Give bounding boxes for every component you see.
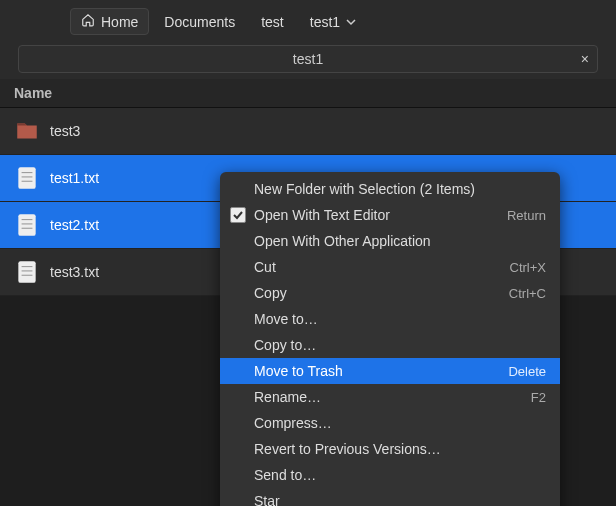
search-input[interactable]: test1 ×: [18, 45, 598, 73]
menu-new-folder-selection[interactable]: New Folder with Selection (2 Items): [220, 176, 560, 202]
file-name: test2.txt: [50, 217, 99, 233]
breadcrumb-label: test1: [310, 14, 340, 30]
menu-compress[interactable]: Compress…: [220, 410, 560, 436]
menu-revert-versions[interactable]: Revert to Previous Versions…: [220, 436, 560, 462]
breadcrumb-label: Documents: [164, 14, 235, 30]
breadcrumb-documents[interactable]: Documents: [153, 9, 246, 35]
menu-open-text-editor[interactable]: Open With Text Editor Return: [220, 202, 560, 228]
checkbox-icon: [230, 207, 246, 223]
menu-move-to-trash[interactable]: Move to Trash Delete: [220, 358, 560, 384]
menu-rename[interactable]: Rename… F2: [220, 384, 560, 410]
breadcrumb-label: Home: [101, 14, 138, 30]
context-menu: New Folder with Selection (2 Items) Open…: [220, 172, 560, 506]
file-name: test3.txt: [50, 264, 99, 280]
breadcrumb-test[interactable]: test: [250, 9, 295, 35]
chevron-down-icon: [346, 14, 356, 30]
breadcrumb-test1[interactable]: test1: [299, 9, 367, 35]
close-icon[interactable]: ×: [581, 51, 589, 67]
menu-copy-to[interactable]: Copy to…: [220, 332, 560, 358]
search-value: test1: [19, 51, 597, 67]
menu-copy[interactable]: Copy Ctrl+C: [220, 280, 560, 306]
menu-cut[interactable]: Cut Ctrl+X: [220, 254, 560, 280]
folder-icon: [14, 118, 40, 144]
text-file-icon: [14, 165, 40, 191]
home-icon: [81, 13, 95, 30]
file-name: test1.txt: [50, 170, 99, 186]
svg-rect-8: [18, 261, 35, 283]
svg-rect-4: [18, 214, 35, 236]
breadcrumb-label: test: [261, 14, 284, 30]
breadcrumb-bar: Home Documents test test1: [0, 0, 616, 39]
menu-send-to[interactable]: Send to…: [220, 462, 560, 488]
text-file-icon: [14, 212, 40, 238]
menu-star[interactable]: Star: [220, 488, 560, 506]
breadcrumb-home[interactable]: Home: [70, 8, 149, 35]
search-area: test1 ×: [0, 39, 616, 79]
file-name: test3: [50, 123, 80, 139]
svg-rect-0: [18, 167, 35, 189]
menu-open-other-app[interactable]: Open With Other Application: [220, 228, 560, 254]
menu-move-to[interactable]: Move to…: [220, 306, 560, 332]
list-item[interactable]: test3: [0, 108, 616, 155]
column-header-name[interactable]: Name: [0, 79, 616, 108]
text-file-icon: [14, 259, 40, 285]
